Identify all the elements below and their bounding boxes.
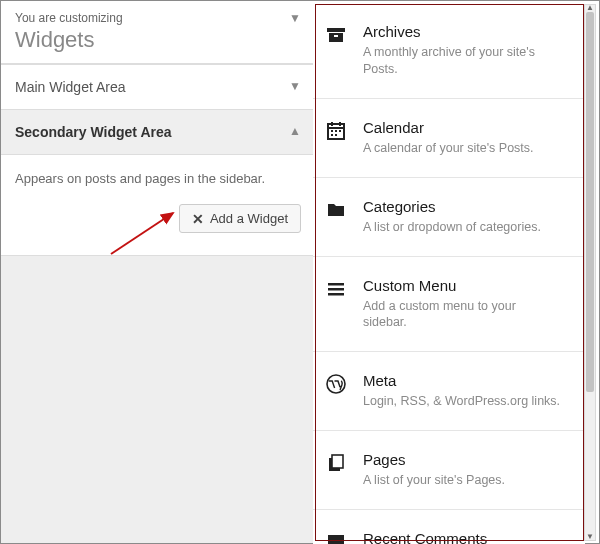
widget-picker-panel: Archives A monthly archive of your site'… (313, 1, 599, 543)
customizer-header[interactable]: ▼ You are customizing Widgets (1, 1, 315, 64)
widget-item-custom-menu[interactable]: Custom Menu Add a custom menu to your si… (313, 257, 585, 353)
widget-desc: Login, RSS, & WordPress.org links. (363, 393, 560, 410)
menu-icon (325, 277, 347, 332)
widget-desc: A list or dropdown of categories. (363, 219, 541, 236)
section-secondary-widget-area[interactable]: ▲ Secondary Widget Area (1, 109, 315, 155)
widget-title: Meta (363, 372, 560, 389)
scroll-down-icon[interactable]: ▼ (585, 533, 595, 541)
widget-desc: Add a custom menu to your sidebar. (363, 298, 563, 332)
widget-title: Custom Menu (363, 277, 563, 294)
customizer-subtitle: You are customizing (15, 11, 301, 25)
scroll-up-icon[interactable]: ▲ (585, 4, 595, 12)
widget-title: Pages (363, 451, 505, 468)
svg-rect-6 (331, 122, 333, 126)
widget-desc: A monthly archive of your site's Posts. (363, 44, 563, 78)
chevron-down-icon: ▼ (289, 11, 301, 25)
widget-item-pages[interactable]: Pages A list of your site's Pages. (313, 431, 585, 510)
widget-item-meta[interactable]: Meta Login, RSS, & WordPress.org links. (313, 352, 585, 431)
widget-title: Categories (363, 198, 541, 215)
app-window: ▼ You are customizing Widgets ▼ Main Wid… (0, 0, 600, 544)
widget-item-recent-comments[interactable]: Recent Comments Your site's most recent … (313, 510, 585, 544)
chevron-up-icon: ▲ (289, 124, 301, 138)
widget-title: Archives (363, 23, 563, 40)
close-icon: ✕ (192, 212, 204, 226)
svg-rect-12 (335, 134, 337, 136)
secondary-area-body: Appears on posts and pages in the sideba… (1, 155, 315, 256)
widget-item-calendar[interactable]: Calendar A calendar of your site's Posts… (313, 99, 585, 178)
svg-rect-9 (335, 130, 337, 132)
widget-desc: A list of your site's Pages. (363, 472, 505, 489)
archive-icon (325, 23, 347, 78)
wordpress-icon (325, 372, 347, 410)
widget-desc: A calendar of your site's Posts. (363, 140, 534, 157)
scrollbar-thumb[interactable] (586, 12, 594, 392)
pages-icon (325, 451, 347, 489)
svg-rect-8 (331, 130, 333, 132)
widget-item-categories[interactable]: Categories A list or dropdown of categor… (313, 178, 585, 257)
widget-item-archives[interactable]: Archives A monthly archive of your site'… (313, 1, 585, 99)
widget-title: Recent Comments (363, 530, 553, 544)
calendar-icon (325, 119, 347, 157)
svg-rect-11 (331, 134, 333, 136)
customizer-panel: ▼ You are customizing Widgets ▼ Main Wid… (1, 1, 315, 543)
chevron-down-icon: ▼ (289, 79, 301, 93)
customizer-title: Widgets (15, 27, 301, 53)
svg-rect-7 (339, 122, 341, 126)
add-widget-label: Add a Widget (210, 211, 288, 226)
add-widget-button[interactable]: ✕ Add a Widget (179, 204, 301, 233)
comment-icon (325, 530, 347, 544)
secondary-area-description: Appears on posts and pages in the sideba… (15, 171, 301, 186)
vertical-scrollbar[interactable]: ▲ ▼ (584, 4, 596, 541)
svg-rect-14 (328, 288, 344, 291)
svg-rect-1 (327, 28, 345, 32)
svg-rect-18 (332, 455, 343, 468)
section-main-widget-area[interactable]: ▼ Main Widget Area (1, 64, 315, 110)
widget-title: Calendar (363, 119, 534, 136)
section-label: Main Widget Area (15, 79, 126, 95)
svg-rect-10 (339, 130, 341, 132)
section-label: Secondary Widget Area (15, 124, 172, 140)
svg-rect-2 (329, 33, 343, 42)
svg-rect-3 (334, 35, 338, 37)
widget-list: Archives A monthly archive of your site'… (313, 1, 585, 544)
svg-rect-13 (328, 283, 344, 286)
svg-rect-15 (328, 293, 344, 296)
folder-icon (325, 198, 347, 236)
